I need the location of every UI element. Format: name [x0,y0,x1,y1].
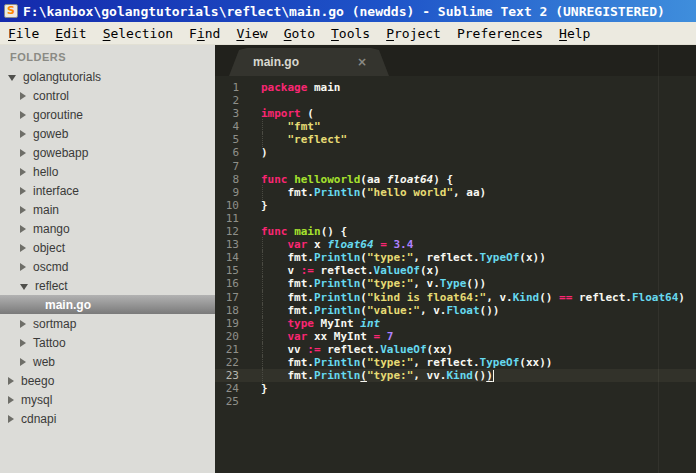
triangle-right-icon[interactable] [20,92,26,100]
code-editor[interactable]: 1package main23import (4 "fmt"5 "reflect… [215,76,696,473]
code-line-10[interactable]: 10} [215,199,696,212]
menu-item-goto[interactable]: Goto [276,24,323,43]
code-line-2[interactable]: 2 [215,94,696,107]
triangle-right-icon[interactable] [8,415,14,423]
sidebar-item-main[interactable]: main [0,200,215,219]
window-title: F:\kanbox\golangtutorials\reflect\main.g… [23,4,665,19]
triangle-down-icon[interactable] [20,284,28,290]
line-number: 16 [215,277,239,290]
tree-item-label: main [33,203,59,217]
code-line-12[interactable]: 12func main() { [215,225,696,238]
sidebar-item-beego[interactable]: beego [0,371,215,390]
code-line-16[interactable]: 16 fmt.Println("type:", v.Type()) [215,277,696,290]
triangle-right-icon[interactable] [20,225,26,233]
sublime-app-icon: S [4,4,18,18]
menu-item-help[interactable]: Help [551,24,598,43]
triangle-right-icon[interactable] [20,111,26,119]
sidebar-item-object[interactable]: object [0,238,215,257]
sidebar-item-web[interactable]: web [0,352,215,371]
menu-item-edit[interactable]: Edit [47,24,94,43]
sidebar-item-oscmd[interactable]: oscmd [0,257,215,276]
code-line-22[interactable]: 22 fmt.Println("type:", reflect.TypeOf(x… [215,356,696,369]
code-line-25[interactable]: 25 [215,395,696,408]
sidebar-item-sortmap[interactable]: sortmap [0,314,215,333]
triangle-right-icon[interactable] [20,244,26,252]
tree-item-label: interface [33,184,79,198]
triangle-right-icon[interactable] [20,206,26,214]
code-line-23[interactable]: 23 fmt.Println("type:", vv.Kind()) [215,369,696,382]
code-line-20[interactable]: 20 var xx MyInt = 7 [215,330,696,343]
line-number: 3 [215,107,239,120]
sidebar-item-reflect[interactable]: reflect [0,276,215,295]
menu-item-selection[interactable]: Selection [95,24,181,43]
title-bar[interactable]: S F:\kanbox\golangtutorials\reflect\main… [0,0,696,22]
triangle-right-icon[interactable] [20,320,26,328]
tree-item-label: golangtutorials [23,70,101,84]
triangle-right-icon[interactable] [20,187,26,195]
tree-item-label: mango [33,222,70,236]
tree-item-label: web [33,355,55,369]
menu-item-find[interactable]: Find [181,24,228,43]
triangle-right-icon[interactable] [20,263,26,271]
tree-item-label: cdnapi [21,412,56,426]
tree-item-label: control [33,89,69,103]
sidebar-item-goweb[interactable]: goweb [0,124,215,143]
line-number: 17 [215,291,239,304]
code-line-5[interactable]: 5 "reflect" [215,133,696,146]
sidebar-item-interface[interactable]: interface [0,181,215,200]
menu-item-file[interactable]: File [0,24,47,43]
sidebar-item-mysql[interactable]: mysql [0,390,215,409]
code-line-6[interactable]: 6) [215,146,696,159]
text-cursor [493,370,495,382]
code-line-1[interactable]: 1package main [215,81,696,94]
menu-item-view[interactable]: View [228,24,275,43]
code-line-7[interactable]: 7 [215,160,696,173]
code-line-11[interactable]: 11 [215,212,696,225]
tree-item-label: mysql [21,393,52,407]
triangle-right-icon[interactable] [20,149,26,157]
sidebar[interactable]: FOLDERS golangtutorialscontrolgoroutineg… [0,45,215,473]
code-line-18[interactable]: 18 fmt.Println("value:", v.Float()) [215,304,696,317]
code-line-19[interactable]: 19 type MyInt int [215,317,696,330]
sidebar-item-gowebapp[interactable]: gowebapp [0,143,215,162]
triangle-right-icon[interactable] [8,377,14,385]
code-line-4[interactable]: 4 "fmt" [215,120,696,133]
triangle-right-icon[interactable] [20,168,26,176]
code-text: var xx MyInt = 7 [261,330,393,343]
code-line-3[interactable]: 3import ( [215,107,696,120]
code-line-17[interactable]: 17 fmt.Println("kind is float64:", v.Kin… [215,291,696,304]
tab-label: main.go [229,55,357,69]
sidebar-item-mango[interactable]: mango [0,219,215,238]
code-line-21[interactable]: 21 vv := reflect.ValueOf(xx) [215,343,696,356]
tree-item-label: goweb [33,127,68,141]
sidebar-item-golangtutorials[interactable]: golangtutorials [0,67,215,86]
sidebar-item-hello[interactable]: hello [0,162,215,181]
code-line-15[interactable]: 15 v := reflect.ValueOf(x) [215,264,696,277]
close-icon[interactable]: × [357,55,389,69]
triangle-right-icon[interactable] [20,358,26,366]
menu-item-preferences[interactable]: Preferences [449,24,551,43]
sidebar-item-tattoo[interactable]: Tattoo [0,333,215,352]
triangle-down-icon[interactable] [8,75,16,81]
code-text: fmt.Println("type:", vv.Kind()) [261,369,494,382]
line-number: 6 [215,146,239,159]
tab-main-go[interactable]: main.go × [229,48,389,76]
code-text: ) [261,146,268,159]
triangle-right-icon[interactable] [20,130,26,138]
line-number: 1 [215,81,239,94]
code-line-9[interactable]: 9 fmt.Println("hello world", aa) [215,186,696,199]
triangle-right-icon[interactable] [20,339,26,347]
code-line-24[interactable]: 24} [215,382,696,395]
triangle-right-icon[interactable] [8,396,14,404]
code-line-8[interactable]: 8func helloworld(aa float64) { [215,173,696,186]
sidebar-item-cdnapi[interactable]: cdnapi [0,409,215,428]
sidebar-item-control[interactable]: control [0,86,215,105]
menu-item-project[interactable]: Project [378,24,449,43]
sidebar-item-goroutine[interactable]: goroutine [0,105,215,124]
sidebar-item-main-go[interactable]: main.go [0,295,215,314]
tree-item-label: sortmap [33,317,76,331]
code-line-14[interactable]: 14 fmt.Println("type:", reflect.TypeOf(x… [215,251,696,264]
menu-item-tools[interactable]: Tools [323,24,378,43]
code-line-13[interactable]: 13 var x float64 = 3.4 [215,238,696,251]
code-text: fmt.Println("type:", reflect.TypeOf(x)) [261,251,546,264]
